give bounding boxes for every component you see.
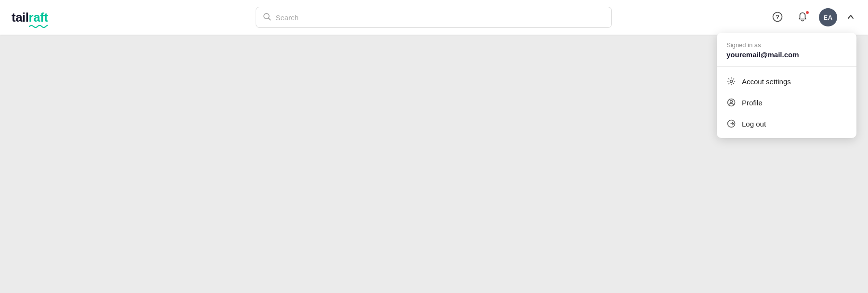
- account-settings-label: Accout settings: [742, 77, 791, 86]
- logo: tail raft: [12, 10, 98, 25]
- logo-tail: tail: [12, 10, 29, 25]
- logo-wave-icon: [29, 24, 48, 28]
- notifications-button[interactable]: [794, 9, 811, 26]
- search-box[interactable]: [256, 7, 612, 28]
- svg-point-6: [730, 101, 733, 103]
- chevron-up-icon: [847, 13, 854, 22]
- user-circle-icon: [726, 98, 736, 107]
- signed-in-label: Signed in as: [726, 41, 847, 49]
- logout-label: Log out: [742, 120, 766, 128]
- signed-in-email: youremail@mail.com: [726, 51, 847, 59]
- header-actions: ? EA: [769, 8, 856, 26]
- search-icon: [263, 13, 271, 23]
- user-dropdown-menu: Signed in as youremail@mail.com Accout s…: [717, 33, 856, 138]
- svg-line-1: [268, 18, 270, 20]
- svg-text:?: ?: [776, 13, 779, 21]
- dropdown-item-account-settings[interactable]: Accout settings: [717, 71, 856, 92]
- help-button[interactable]: ?: [769, 9, 786, 26]
- avatar-button[interactable]: EA: [819, 8, 837, 26]
- avatar-initials: EA: [823, 14, 832, 21]
- search-input[interactable]: [276, 13, 605, 22]
- dropdown-item-logout[interactable]: Log out: [717, 113, 856, 134]
- help-icon: ?: [772, 12, 783, 24]
- logo-craft: raft: [29, 10, 48, 25]
- header: tail raft ?: [0, 0, 868, 35]
- gear-icon: [726, 76, 736, 86]
- svg-point-4: [730, 80, 733, 83]
- search-container: [98, 7, 769, 28]
- dropdown-item-profile[interactable]: Profile: [717, 92, 856, 113]
- notification-badge: [805, 11, 809, 14]
- dropdown-items: Accout settings Profile: [717, 67, 856, 138]
- profile-label: Profile: [742, 99, 763, 107]
- user-menu-toggle[interactable]: [845, 12, 856, 23]
- logout-icon: [726, 119, 736, 128]
- dropdown-header: Signed in as youremail@mail.com: [717, 33, 856, 67]
